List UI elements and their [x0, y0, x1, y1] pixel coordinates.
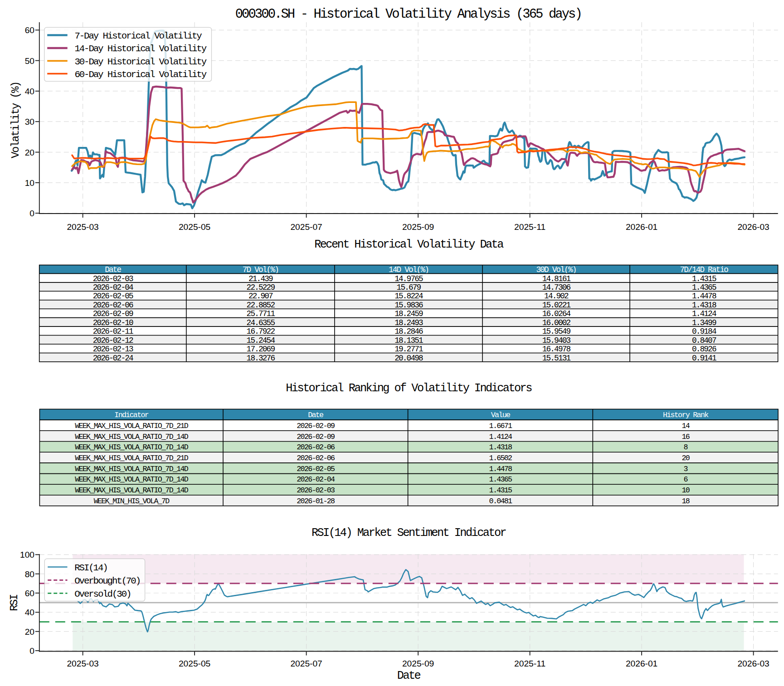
svg-text:20: 20: [25, 627, 34, 637]
svg-text:2026-01: 2026-01: [626, 222, 657, 232]
svg-text:15.2454: 15.2454: [247, 336, 275, 345]
svg-text:WEEK_MAX_HIS_VOLA_RATIO_7D_14D: WEEK_MAX_HIS_VOLA_RATIO_7D_14D: [75, 486, 189, 495]
svg-text:14.9765: 14.9765: [394, 274, 423, 283]
svg-text:25.7711: 25.7711: [247, 309, 275, 318]
svg-text:15.9836: 15.9836: [394, 301, 423, 310]
svg-text:60-Day Historical Volatility: 60-Day Historical Volatility: [74, 69, 206, 80]
svg-text:60: 60: [25, 589, 34, 598]
svg-text:2026-02-04: 2026-02-04: [297, 475, 335, 484]
svg-text:1.4124: 1.4124: [692, 309, 716, 318]
svg-text:50: 50: [25, 56, 34, 66]
svg-text:0.8926: 0.8926: [692, 345, 716, 354]
svg-text:15.0221: 15.0221: [542, 301, 571, 310]
svg-text:2026-02-09: 2026-02-09: [297, 422, 335, 430]
svg-text:WEEK_MAX_HIS_VOLA_RATIO_7D_21D: WEEK_MAX_HIS_VOLA_RATIO_7D_21D: [75, 422, 189, 430]
svg-text:Value: Value: [491, 411, 510, 419]
svg-text:40: 40: [25, 87, 34, 96]
svg-text:0.9184: 0.9184: [692, 327, 716, 336]
svg-text:10: 10: [25, 178, 34, 188]
svg-text:2025-07: 2025-07: [290, 222, 322, 232]
svg-text:8: 8: [684, 443, 688, 452]
svg-text:Recent Historical Volatility D: Recent Historical Volatility Data: [314, 238, 504, 251]
svg-text:WEEK_MAX_HIS_VOLA_RATIO_7D_14D: WEEK_MAX_HIS_VOLA_RATIO_7D_14D: [75, 443, 189, 452]
svg-text:RSI: RSI: [8, 594, 20, 611]
svg-text:7-Day Historical Volatility: 7-Day Historical Volatility: [74, 31, 202, 41]
svg-text:16.7922: 16.7922: [247, 327, 275, 336]
svg-text:0: 0: [29, 209, 34, 218]
svg-text:2025-05: 2025-05: [179, 659, 210, 668]
svg-text:18: 18: [682, 497, 689, 506]
svg-text:1.4315: 1.4315: [489, 486, 512, 495]
svg-text:2026-02-05: 2026-02-05: [93, 292, 133, 301]
svg-text:16.0264: 16.0264: [542, 309, 571, 318]
svg-text:14-Day Historical Volatility: 14-Day Historical Volatility: [74, 44, 206, 54]
svg-text:20: 20: [25, 148, 34, 157]
svg-text:Date: Date: [397, 669, 421, 682]
svg-text:21.439: 21.439: [248, 274, 273, 283]
svg-text:2025-07: 2025-07: [290, 659, 322, 668]
svg-text:0.0481: 0.0481: [489, 497, 512, 506]
svg-text:40: 40: [25, 608, 34, 617]
svg-text:18.3276: 18.3276: [247, 354, 275, 363]
svg-text:WEEK_MAX_HIS_VOLA_RATIO_7D_14D: WEEK_MAX_HIS_VOLA_RATIO_7D_14D: [75, 465, 189, 473]
svg-text:18.2846: 18.2846: [394, 327, 423, 336]
svg-text:14.7306: 14.7306: [542, 283, 571, 292]
svg-text:2026-02-09: 2026-02-09: [93, 309, 133, 318]
svg-text:22.907: 22.907: [248, 292, 273, 301]
svg-text:7D Vol(%): 7D Vol(%): [243, 265, 278, 274]
svg-text:100: 100: [20, 550, 34, 560]
svg-text:20: 20: [682, 454, 689, 462]
svg-text:2025-09: 2025-09: [402, 659, 434, 668]
svg-text:17.2069: 17.2069: [247, 345, 275, 354]
svg-text:2026-02-10: 2026-02-10: [93, 318, 133, 327]
svg-text:1.6671: 1.6671: [489, 422, 512, 430]
svg-text:2026-02-06: 2026-02-06: [297, 443, 335, 452]
svg-text:1.4124: 1.4124: [489, 433, 512, 441]
svg-text:2026-02-03: 2026-02-03: [297, 486, 335, 495]
svg-text:1.4478: 1.4478: [692, 292, 716, 301]
svg-text:RSI(14): RSI(14): [74, 563, 107, 573]
svg-text:14D Vol(%): 14D Vol(%): [389, 265, 429, 274]
svg-text:15.8224: 15.8224: [394, 292, 423, 301]
svg-text:2026-02-03: 2026-02-03: [93, 274, 133, 283]
svg-text:2026-02-13: 2026-02-13: [93, 345, 133, 354]
svg-text:0.8407: 0.8407: [692, 336, 716, 345]
svg-text:2025-03: 2025-03: [67, 659, 98, 668]
svg-text:14.902: 14.902: [544, 292, 569, 301]
svg-text:18.2493: 18.2493: [394, 318, 423, 327]
svg-text:0: 0: [29, 646, 34, 656]
svg-text:30-Day Historical Volatility: 30-Day Historical Volatility: [74, 57, 206, 67]
svg-text:Date: Date: [105, 265, 121, 274]
svg-text:2025-11: 2025-11: [514, 222, 545, 232]
svg-text:1.4318: 1.4318: [489, 443, 512, 452]
svg-text:15.9403: 15.9403: [542, 336, 571, 345]
svg-text:1.3499: 1.3499: [692, 318, 716, 327]
svg-text:18.1351: 18.1351: [394, 336, 423, 345]
svg-text:6: 6: [684, 475, 688, 484]
svg-text:WEEK_MAX_HIS_VOLA_RATIO_7D_21D: WEEK_MAX_HIS_VOLA_RATIO_7D_21D: [75, 454, 189, 462]
svg-text:WEEK_MIN_HIS_VOLA_7D: WEEK_MIN_HIS_VOLA_7D: [94, 497, 170, 506]
svg-text:60: 60: [25, 25, 34, 35]
svg-text:15.679: 15.679: [397, 283, 421, 292]
svg-text:RSI(14) Market Sentiment Indic: RSI(14) Market Sentiment Indicator: [312, 526, 506, 540]
svg-text:22.8852: 22.8852: [247, 301, 275, 310]
svg-text:10: 10: [682, 486, 689, 495]
svg-text:19.2771: 19.2771: [394, 345, 423, 354]
svg-text:Date: Date: [308, 411, 323, 419]
svg-text:14.8161: 14.8161: [542, 274, 571, 283]
svg-text:24.6355: 24.6355: [247, 318, 275, 327]
svg-text:2026-01-28: 2026-01-28: [297, 497, 335, 506]
svg-text:30: 30: [25, 117, 34, 126]
svg-text:History Rank: History Rank: [663, 411, 709, 419]
svg-text:1.4478: 1.4478: [489, 465, 512, 473]
svg-text:2025-03: 2025-03: [67, 222, 98, 232]
svg-text:22.5229: 22.5229: [247, 283, 275, 292]
svg-text:2026-02-12: 2026-02-12: [93, 336, 133, 345]
svg-text:Historical Ranking of Volatili: Historical Ranking of Volatility Indicat…: [286, 382, 532, 395]
svg-text:3: 3: [684, 465, 688, 473]
svg-text:Overbought(70): Overbought(70): [74, 576, 140, 586]
svg-text:18.2459: 18.2459: [394, 309, 423, 318]
svg-text:2025-11: 2025-11: [514, 659, 545, 668]
svg-text:1.4365: 1.4365: [489, 475, 512, 484]
svg-text:15.9549: 15.9549: [542, 327, 571, 336]
